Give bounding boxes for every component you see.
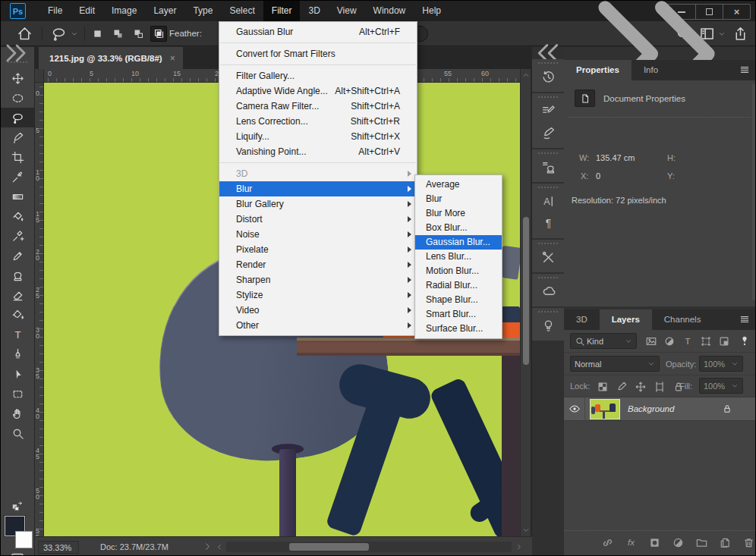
- filter-menu-item-blur[interactable]: Blur: [219, 181, 417, 196]
- link-button[interactable]: [599, 535, 616, 551]
- grip-handle[interactable]: [538, 242, 558, 245]
- filter-menu-item-3d[interactable]: 3D: [219, 166, 417, 181]
- collapse-toolbar-icon[interactable]: [1, 47, 35, 59]
- pencil-tool[interactable]: [1, 246, 34, 265]
- trash-button[interactable]: [740, 535, 756, 551]
- menu-edit[interactable]: Edit: [71, 1, 103, 21]
- brush-settings-panel-icon[interactable]: [539, 101, 557, 121]
- blur-menu-item-radial-blur[interactable]: Radial Blur...: [415, 278, 502, 293]
- crop-tool[interactable]: [1, 147, 34, 167]
- hand-tool[interactable]: [1, 404, 34, 423]
- filter-menu-item-liquify[interactable]: Liquify...Shift+Ctrl+X: [219, 129, 417, 144]
- document-properties-icon[interactable]: [575, 90, 595, 107]
- grip-handle[interactable]: [538, 96, 558, 99]
- fill-select[interactable]: 100%: [699, 378, 743, 394]
- checker-lock-button[interactable]: [594, 379, 611, 394]
- filter-menu-item-distort[interactable]: Distort: [219, 212, 417, 227]
- filter-menu-item-gaussian-blur[interactable]: Gaussian BlurAlt+Ctrl+F: [219, 24, 417, 39]
- expand-panels-icon[interactable]: [532, 47, 564, 59]
- color-sampler-tool[interactable]: [1, 226, 34, 246]
- panel-menu-icon[interactable]: [739, 314, 751, 325]
- filter-menu-item-camera-raw-filter[interactable]: Camera Raw Filter...Shift+Ctrl+A: [219, 99, 417, 114]
- paragraph-panel-icon[interactable]: ¶: [539, 213, 557, 233]
- filter-menu-item-vanishing-point[interactable]: Vanishing Point...Alt+Ctrl+V: [219, 144, 417, 159]
- blur-menu-item-gaussian-blur[interactable]: Gaussian Blur...: [415, 235, 502, 250]
- eraser-tool[interactable]: [1, 285, 34, 305]
- menu-image[interactable]: Image: [103, 1, 145, 21]
- lasso-tool-preset-icon[interactable]: [51, 26, 67, 42]
- grip-handle[interactable]: [538, 310, 558, 313]
- zoom-tool[interactable]: [1, 423, 34, 443]
- filter-menu-item-render[interactable]: Render: [219, 257, 417, 272]
- new-layer-button[interactable]: [717, 535, 733, 551]
- layer-visibility-eye-icon[interactable]: [564, 397, 585, 421]
- blend-mode-select[interactable]: Normal: [570, 356, 660, 372]
- menu-view[interactable]: View: [329, 1, 365, 21]
- blur-menu-item-blur-more[interactable]: Blur More: [415, 206, 502, 221]
- cc-libraries-panel-icon[interactable]: [539, 281, 557, 301]
- tab-info[interactable]: Info: [632, 60, 670, 80]
- ruler-corner[interactable]: [35, 69, 44, 83]
- subtract-selection-button[interactable]: [130, 26, 146, 42]
- layer-name[interactable]: Background: [628, 404, 674, 413]
- menu-help[interactable]: Help: [414, 1, 449, 21]
- clone-stamp-tool[interactable]: [1, 265, 34, 285]
- filter-menu-item-blur-gallery[interactable]: Blur Gallery: [219, 196, 417, 212]
- adjustment-filter-button[interactable]: [661, 333, 678, 349]
- scroll-right-icon[interactable]: [515, 543, 523, 551]
- tool-presets-panel-icon[interactable]: [539, 247, 557, 267]
- brushes-panel-icon[interactable]: [539, 123, 557, 143]
- layer-row-background[interactable]: Background: [564, 397, 756, 421]
- menu-layer[interactable]: Layer: [145, 1, 184, 21]
- shape-frame-filter-button[interactable]: [698, 333, 714, 349]
- filter-menu-item-stylize[interactable]: Stylize: [219, 287, 417, 303]
- filter-menu-item-convert-for-smart-filters[interactable]: Convert for Smart Filters: [219, 46, 417, 61]
- scroll-left-icon[interactable]: [216, 543, 223, 551]
- fill-tool[interactable]: [1, 305, 34, 325]
- chevron-down-icon[interactable]: [71, 30, 78, 38]
- menu-file[interactable]: File: [39, 1, 71, 21]
- panel-menu-icon[interactable]: [739, 64, 751, 75]
- background-color-swatch[interactable]: [15, 531, 33, 548]
- quick-mask-icon[interactable]: [9, 551, 26, 556]
- blur-menu-item-lens-blur[interactable]: Lens Blur...: [415, 250, 502, 264]
- learn-panel-icon[interactable]: [539, 316, 557, 335]
- filter-menu-item-filter-gallery[interactable]: Filter Gallery...: [219, 68, 417, 83]
- vertical-scrollbar-thumb[interactable]: [523, 217, 529, 365]
- close-tab-icon[interactable]: ×: [170, 53, 175, 64]
- history-panel-icon[interactable]: [539, 67, 557, 86]
- grip-handle[interactable]: [538, 152, 558, 155]
- tab-layers[interactable]: Layers: [600, 309, 652, 330]
- layer-list-empty-area[interactable]: [564, 421, 756, 530]
- width-value[interactable]: 135.47 cm: [596, 153, 635, 162]
- adjustment-button[interactable]: [669, 535, 686, 551]
- elliptical-marquee-tool[interactable]: [1, 88, 34, 108]
- grip-handle[interactable]: [538, 186, 558, 189]
- filter-menu-item-other[interactable]: Other: [219, 318, 417, 333]
- x-value[interactable]: 0: [596, 171, 600, 181]
- filter-menu-item-noise[interactable]: Noise: [219, 227, 417, 242]
- grip-handle[interactable]: [538, 61, 558, 64]
- tab-3d[interactable]: 3D: [564, 309, 600, 330]
- paint-bucket-tool[interactable]: [1, 206, 34, 226]
- lasso-tool[interactable]: [1, 108, 34, 127]
- move-small-lock-button[interactable]: [632, 379, 649, 394]
- menu-filter[interactable]: Filter: [263, 1, 301, 21]
- brush-lock-button[interactable]: [613, 379, 630, 394]
- fx-button[interactable]: fx: [622, 535, 639, 551]
- horizontal-scrollbar-thumb[interactable]: [289, 543, 369, 551]
- document-tab[interactable]: 1215.jpg @ 33.3% (RGB/8#) ×: [39, 47, 183, 70]
- blur-menu-item-average[interactable]: Average: [415, 177, 502, 192]
- blur-menu-item-box-blur[interactable]: Box Blur...: [415, 221, 502, 235]
- menu-window[interactable]: Window: [365, 1, 414, 21]
- blur-menu-item-blur[interactable]: Blur: [415, 192, 502, 206]
- scroll-up-icon[interactable]: [522, 71, 530, 79]
- panel-scrollbar[interactable]: [752, 83, 755, 300]
- eyedropper-tool[interactable]: [1, 167, 34, 187]
- filter-menu-item-sharpen[interactable]: Sharpen: [219, 272, 417, 287]
- filter-menu-item-adaptive-wide-angle[interactable]: Adaptive Wide Angle...Alt+Shift+Ctrl+A: [219, 83, 417, 99]
- opacity-select[interactable]: 100%: [699, 356, 743, 372]
- rectangle-tool[interactable]: [1, 384, 34, 404]
- image-thumb-filter-button[interactable]: [643, 333, 660, 349]
- swap-colors-mini-icon[interactable]: [4, 500, 31, 512]
